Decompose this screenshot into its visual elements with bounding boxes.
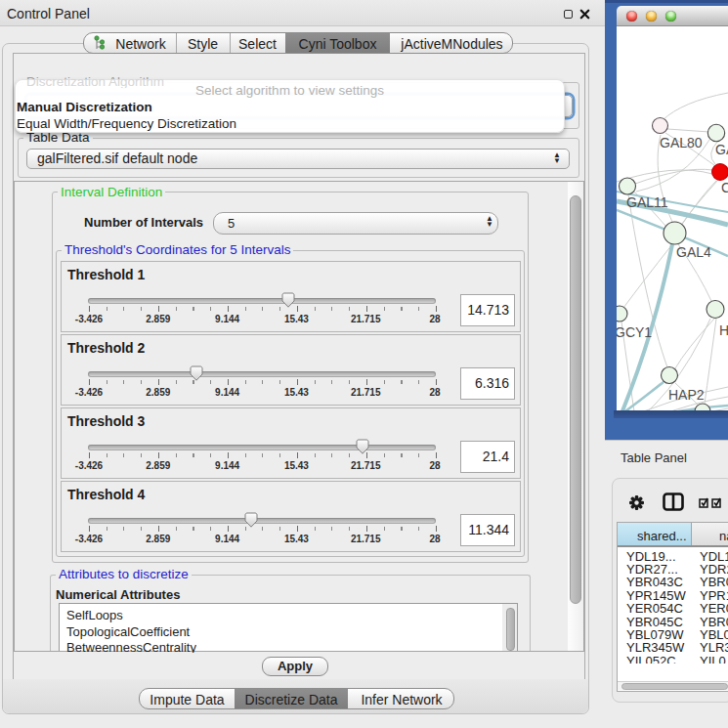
svg-text:C: C xyxy=(721,180,728,195)
svg-text:GAL80: GAL80 xyxy=(660,135,703,150)
svg-text:GCY1: GCY1 xyxy=(617,324,652,340)
svg-text:GA: GA xyxy=(715,142,728,157)
svg-text:GAL4: GAL4 xyxy=(676,244,711,260)
svg-text:GAL11: GAL11 xyxy=(626,194,668,210)
svg-text:HAP2: HAP2 xyxy=(668,387,705,403)
svg-text:H: H xyxy=(719,322,728,338)
